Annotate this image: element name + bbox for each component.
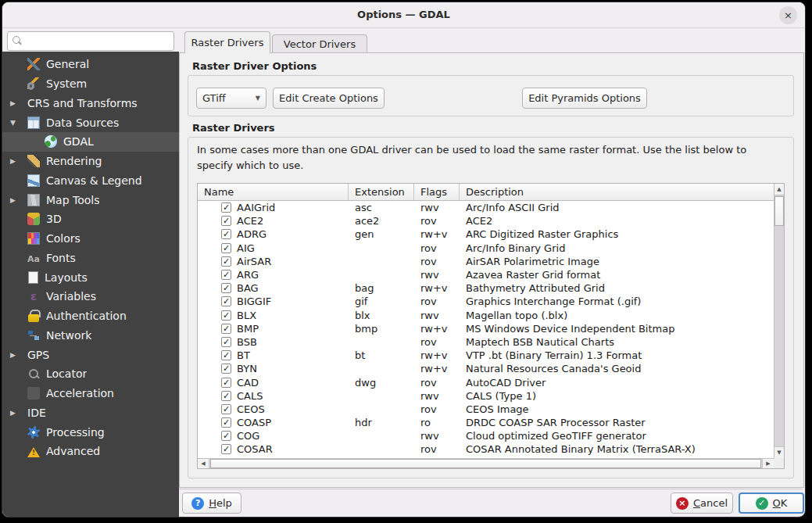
- ok-button[interactable]: ✓ OK: [739, 493, 804, 514]
- chevron-right-icon[interactable]: ▶: [9, 196, 27, 204]
- driver-checkbox[interactable]: ✓: [221, 364, 231, 374]
- driver-name: ARG: [237, 269, 259, 281]
- driver-name: AIG: [237, 242, 255, 254]
- driver-flags: rov: [414, 296, 460, 307]
- chevron-right-icon[interactable]: ▶: [9, 99, 27, 107]
- table-row[interactable]: ✓ADRGgenrw+vARC Digitized Raster Graphic…: [198, 227, 774, 241]
- driver-checkbox[interactable]: ✓: [221, 283, 231, 293]
- driver-checkbox[interactable]: ✓: [221, 296, 231, 306]
- table-row[interactable]: ✓CEOSrovCEOS Image: [198, 403, 774, 416]
- edit-create-options-button[interactable]: Edit Create Options: [273, 88, 385, 109]
- table-row[interactable]: ✓BAGbagrw+vBathymetry Attributed Grid: [198, 281, 774, 295]
- sidebar-item-variables[interactable]: Variables: [2, 287, 179, 306]
- sidebar-item-authentication[interactable]: Authentication: [2, 306, 179, 326]
- table-row[interactable]: ✓BMPbmprw+vMS Windows Device Independent…: [198, 322, 774, 335]
- driver-checkbox[interactable]: ✓: [221, 337, 231, 347]
- horizontal-scrollbar[interactable]: ◀ ▶: [198, 458, 774, 468]
- sidebar-item-gps[interactable]: ▶GPS: [2, 345, 179, 364]
- driver-extension: bag: [349, 282, 414, 294]
- fonts-icon: [27, 252, 40, 264]
- scroll-down-icon[interactable]: ▼: [774, 446, 784, 458]
- driver-checkbox[interactable]: ✓: [221, 444, 231, 454]
- table-row[interactable]: ✓AAIGridascrwvArc/Info ASCII Grid: [198, 201, 774, 214]
- chevron-right-icon[interactable]: ▶: [9, 157, 27, 165]
- driver-checkbox[interactable]: ✓: [221, 350, 231, 360]
- table-row[interactable]: ✓BSBrovMaptech BSB Nautical Charts: [198, 335, 774, 349]
- sidebar-item-3d[interactable]: 3D: [2, 210, 179, 229]
- sidebar-item-processing[interactable]: Processing: [2, 422, 179, 442]
- edit-pyramids-options-button[interactable]: Edit Pyramids Options: [522, 88, 647, 109]
- sidebar-item-data-sources[interactable]: ▼Data Sources: [2, 113, 179, 132]
- column-header-flags[interactable]: Flags: [414, 184, 460, 200]
- driver-checkbox[interactable]: ✓: [221, 310, 231, 321]
- sidebar-item-map-tools[interactable]: ▶Map Tools: [2, 190, 179, 210]
- driver-name: BSB: [237, 336, 257, 348]
- table-row[interactable]: ✓AIGrovArc/Info Binary Grid: [198, 242, 774, 255]
- table-row[interactable]: ✓COASPhdrroDRDC COASP SAR Processor Rast…: [198, 416, 774, 429]
- driver-checkbox[interactable]: ✓: [221, 270, 231, 280]
- driver-select[interactable]: GTiff ▼: [196, 88, 266, 109]
- column-header-description[interactable]: Description: [460, 184, 774, 200]
- driver-flags: ro: [414, 417, 460, 428]
- vertical-scroll-handle[interactable]: [774, 196, 784, 226]
- sidebar-item-colors[interactable]: Colors: [2, 229, 179, 249]
- column-header-name[interactable]: Name: [198, 184, 349, 200]
- sidebar-item-fonts[interactable]: Fonts: [2, 249, 179, 268]
- tab-vector-drivers[interactable]: Vector Drivers: [272, 34, 367, 53]
- driver-name: BAG: [237, 282, 259, 294]
- table-row[interactable]: ✓COSARrovCOSAR Annotated Binary Matrix (…: [198, 442, 774, 456]
- sidebar-item-canvas-legend[interactable]: Canvas & Legend: [2, 171, 179, 191]
- sidebar-item-layouts[interactable]: Layouts: [2, 267, 179, 287]
- tab-raster-drivers[interactable]: Raster Drivers: [184, 31, 270, 53]
- column-header-extension[interactable]: Extension: [349, 184, 414, 200]
- sidebar-item-ide[interactable]: ▶IDE: [2, 403, 179, 423]
- table-row[interactable]: ✓BIGGIFgifrovGraphics Interchange Format…: [198, 295, 774, 308]
- driver-checkbox[interactable]: ✓: [221, 324, 231, 334]
- table-row[interactable]: ✓CADdwgrovAutoCAD Driver: [198, 375, 774, 389]
- sidebar-item-locator[interactable]: Locator: [2, 364, 179, 384]
- driver-name: COASP: [237, 417, 271, 428]
- driver-checkbox[interactable]: ✓: [221, 243, 231, 253]
- driver-flags: rov: [414, 256, 460, 267]
- driver-checkbox[interactable]: ✓: [221, 391, 231, 401]
- scroll-left-icon[interactable]: ◀: [198, 459, 209, 468]
- search-input[interactable]: [7, 31, 174, 51]
- driver-checkbox[interactable]: ✓: [221, 431, 231, 441]
- scroll-right-icon[interactable]: ▶: [762, 459, 774, 468]
- cancel-button[interactable]: × Cancel: [671, 493, 733, 514]
- driver-checkbox[interactable]: ✓: [221, 378, 231, 388]
- table-row[interactable]: ✓COGrwvCloud optimized GeoTIFF generator: [198, 429, 774, 442]
- close-icon[interactable]: ×: [779, 6, 797, 24]
- driver-checkbox[interactable]: ✓: [221, 417, 231, 428]
- table-row[interactable]: ✓BLXblxrwvMagellan topo (.blx): [198, 309, 774, 322]
- sidebar-item-advanced[interactable]: Advanced: [2, 442, 179, 461]
- driver-flags: rov: [414, 336, 460, 348]
- chevron-right-icon[interactable]: ▶: [9, 351, 27, 359]
- table-row[interactable]: ✓ACE2ace2rovACE2: [198, 214, 774, 227]
- table-row[interactable]: ✓BYNrw+vNatural Resources Canada's Geoid: [198, 362, 774, 375]
- sidebar-item-general[interactable]: General: [2, 55, 179, 74]
- table-row[interactable]: ✓AirSARrovAirSAR Polarimetric Image: [198, 255, 774, 268]
- scroll-up-icon[interactable]: ▲: [774, 184, 784, 195]
- driver-extension: hdr: [349, 417, 414, 428]
- horizontal-scroll-handle[interactable]: [210, 459, 761, 468]
- sidebar-item-acceleration[interactable]: Acceleration: [2, 384, 179, 403]
- driver-checkbox[interactable]: ✓: [221, 256, 231, 267]
- sidebar-item-rendering[interactable]: ▶Rendering: [2, 152, 179, 171]
- help-button[interactable]: ? Help: [182, 493, 241, 514]
- driver-checkbox[interactable]: ✓: [221, 229, 231, 239]
- driver-checkbox[interactable]: ✓: [221, 404, 231, 414]
- table-row[interactable]: ✓BTbtrw+vVTP .bt (Binary Terrain) 1.3 Fo…: [198, 349, 774, 362]
- sidebar-item-gdal[interactable]: GDAL: [2, 132, 179, 152]
- table-row[interactable]: ✓CALSrwvCALS (Type 1): [198, 389, 774, 403]
- table-row[interactable]: ✓ARGrwvAzavea Raster Grid format: [198, 268, 774, 281]
- sidebar-item-crs-and-transforms[interactable]: ▶CRS and Transforms: [2, 94, 179, 113]
- sidebar-item-network[interactable]: Network: [2, 326, 179, 346]
- driver-checkbox[interactable]: ✓: [221, 216, 231, 226]
- sidebar-item-system[interactable]: System: [2, 74, 179, 94]
- driver-checkbox[interactable]: ✓: [221, 202, 231, 213]
- chevron-right-icon[interactable]: ▶: [9, 409, 27, 417]
- vertical-scrollbar[interactable]: ▲ ▼: [774, 184, 784, 458]
- chevron-down-icon[interactable]: ▼: [9, 119, 27, 127]
- title-bar[interactable]: Options — GDAL ×: [2, 2, 805, 28]
